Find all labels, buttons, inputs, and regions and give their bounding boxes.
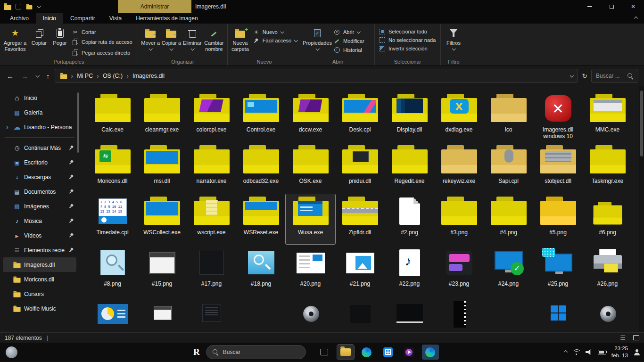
file-item-3-png[interactable]: #3.png [434,194,484,244]
file-item-pnidui-dll[interactable]: pnidui.dll [335,143,385,193]
copy-to-button[interactable]: Copiar a [161,26,182,52]
file-item[interactable] [187,297,236,332]
rename-button[interactable]: Cambiar nombre [203,26,225,53]
copy-button[interactable]: Copiar [28,26,50,48]
tab-inicio[interactable]: Inicio [36,13,63,24]
paste-button[interactable]: Pegar [50,26,70,48]
paste-shortcut-button[interactable]: Pegar acceso directo [72,49,132,57]
select-all-button[interactable]: Seleccionar todo [379,29,436,34]
tab-vista[interactable]: Vista [102,13,129,24]
file-item-osk-exe[interactable]: OSK.exe [286,143,335,193]
file-item-8-png[interactable]: #8.png [88,246,137,296]
taskbar-search[interactable]: Buscar [206,345,306,359]
file-item-wscript-exe[interactable]: wscript.exe [187,194,236,244]
file-item-18-png[interactable]: #18.png [236,246,286,296]
sidebar-item-moricons-dll[interactable]: Moricons.dll [3,272,76,287]
tab-archivo[interactable]: Archivo [3,13,36,24]
recent-locations-chevron-icon[interactable] [35,74,39,77]
file-item-desk-cpl[interactable]: Desk.cpl [335,91,385,141]
expand-chevron-icon[interactable]: › [5,123,10,131]
easy-access-button[interactable]: Fácil acceso [253,38,297,43]
file-item-mmc-exe[interactable]: MMC.exe [583,91,632,141]
sidebar-item-elementos-recie[interactable]: Elementos recie [3,243,76,257]
sidebar-item-escritorio[interactable]: Escritorio [3,155,76,170]
file-item-taskmgr-exe[interactable]: Taskmgr.exe [583,143,632,193]
file-item-20-png[interactable]: #20.png [286,246,335,296]
file-item-4-png[interactable]: #4.png [484,194,533,244]
sidebar-item-inicio[interactable]: Inicio [3,90,76,105]
ribbon-collapse-icon[interactable] [634,16,638,20]
file-item-odbcad32-exe[interactable]: odbcad32.exe [236,143,286,193]
sidebar-item-wolfle-music[interactable]: Wolfle Music [3,301,76,316]
file-item-dxdiag-exe[interactable]: dxdiag.exe [434,91,484,141]
sidebar-item-vi-deos[interactable]: Vídeos [3,228,76,243]
invert-selection-button[interactable]: Invertir selección [379,46,436,51]
file-item-msi-dll[interactable]: msi.dll [137,143,187,193]
history-button[interactable]: Historial [333,47,364,53]
qat-properties-icon[interactable] [16,4,21,9]
sidebar-item-galeri-a[interactable]: Galería [3,105,76,120]
file-item-sapi-cpl[interactable]: Sapi.cpl [484,143,533,193]
maximize-button[interactable] [601,0,622,13]
sidebar-item-descargas[interactable]: Descargas [3,170,76,184]
minimize-button[interactable] [579,0,601,13]
app-grid-button[interactable] [380,345,396,360]
back-button[interactable] [7,73,14,80]
media-player-button[interactable] [401,345,418,360]
edge-button[interactable] [358,345,375,360]
wifi-icon[interactable] [572,349,580,355]
file-item-display-dll[interactable]: Display.dll [385,91,434,141]
sidebar-item-lisandro-persona[interactable]: ›Lisandro - Persona [3,120,76,134]
task-view-button[interactable] [316,345,333,360]
file-item-ico[interactable]: Ico [484,91,533,141]
qat-customize-chevron-icon[interactable] [37,4,41,8]
delete-button[interactable]: Eliminar [182,26,203,52]
sidebar-item-mu-sica[interactable]: Música [3,214,76,228]
edit-button[interactable]: Modificar [333,38,364,44]
sidebar-item-imageres-dll[interactable]: Imageres.dll [3,257,76,272]
copy-path-button[interactable]: Copiar ruta de acceso [72,38,132,46]
file-item-rekeywiz-exe[interactable]: rekeywiz.exe [434,143,484,193]
file-item[interactable] [335,297,385,332]
file-item-colorcpl-exe[interactable]: colorcpl.exe [187,91,236,141]
file-item-control-exe[interactable]: Control.exe [236,91,286,141]
battery-icon[interactable] [598,350,606,354]
tab-compartir[interactable]: Compartir [63,13,102,24]
browser-button[interactable] [422,345,439,360]
clock[interactable]: 23:25 feb. 13 [611,345,628,359]
file-item-21-png[interactable]: #21.png [335,246,385,296]
sidebar-scrollbar[interactable] [77,92,79,153]
thumbnail-view-button[interactable] [633,335,639,340]
file-item-23-png[interactable]: #23.png [434,246,484,296]
file-item[interactable] [88,297,137,332]
file-item-narrator-exe[interactable]: narrator.exe [187,143,236,193]
new-item-button[interactable]: Nuevo [253,29,297,35]
file-item-cleanmgr-exe[interactable]: cleanmgr.exe [137,91,187,141]
properties-button[interactable]: Propiedades [303,26,331,52]
file-item[interactable] [434,297,484,332]
file-item-regedit-exe[interactable]: Regedit.exe [385,143,434,193]
up-button[interactable] [46,73,50,80]
file-item-15-png[interactable]: #15.png [137,246,187,296]
move-to-button[interactable]: Mover a [140,26,161,52]
file-item-calc-exe[interactable]: Calc.exe [88,91,137,141]
file-item[interactable] [533,297,583,332]
volume-icon[interactable] [586,349,593,355]
sidebar-item-cursors[interactable]: Cursors [3,287,76,301]
list-view-button[interactable] [620,335,626,341]
new-folder-button[interactable]: Nueva carpeta [230,26,251,53]
refresh-icon[interactable] [582,73,587,79]
file-item-6-png[interactable]: #6.png [583,194,632,244]
file-item-22-png[interactable]: #22.png [385,246,434,296]
sidebar-item-continuar-ma-s[interactable]: Continuar Más [3,140,76,155]
file-item-timedate-cpl[interactable]: Timedate.cpl [88,194,137,244]
close-button[interactable] [622,0,644,13]
add-favorites-button[interactable]: Agregar a Favoritos [2,26,28,53]
weather-icon[interactable] [6,346,17,358]
file-item[interactable] [286,297,335,332]
file-item-2-png[interactable]: #2.png [385,194,434,244]
qat-new-folder-icon[interactable] [26,5,33,9]
file-item-wsreset-exe[interactable]: WSReset.exe [236,194,286,244]
r-app-icon[interactable]: R [193,347,200,357]
breadcrumb-item-os-c[interactable]: OS (C:) [103,73,123,79]
